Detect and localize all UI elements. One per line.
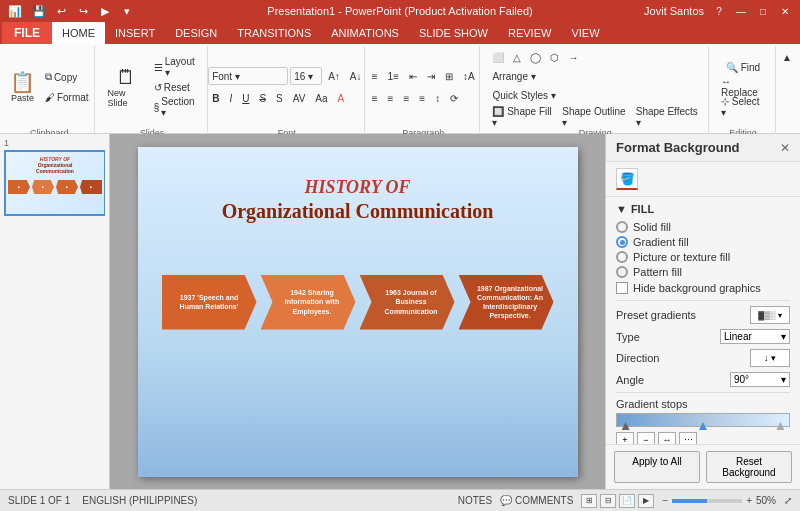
preset-gradients-btn[interactable]: ▓▒░ ▾ <box>750 306 790 324</box>
collapse-ribbon-btn[interactable]: ▲ <box>778 48 796 66</box>
design-menu-item[interactable]: DESIGN <box>165 22 227 44</box>
arrow-2[interactable]: 1942 Sharing Information with Employees. <box>261 275 356 330</box>
dropdown-quick-btn[interactable]: ▾ <box>118 2 136 20</box>
review-menu-item[interactable]: REVIEW <box>498 22 561 44</box>
justify-btn[interactable]: ≡ <box>415 89 429 107</box>
slide-sorter-btn[interactable]: ⊟ <box>600 494 616 508</box>
reverse-stops-btn[interactable]: ↔ <box>658 432 676 444</box>
reset-background-btn[interactable]: Reset Background <box>706 451 792 483</box>
find-btn[interactable]: 🔍 Find <box>722 58 764 76</box>
remove-gradient-stop-btn[interactable]: − <box>637 432 655 444</box>
strikethrough-btn[interactable]: S <box>255 89 270 107</box>
slideshow-menu-item[interactable]: SLIDE SHOW <box>409 22 498 44</box>
maximize-btn[interactable]: □ <box>756 4 770 18</box>
char-spacing-btn[interactable]: AV <box>289 89 310 107</box>
text-direction-btn[interactable]: ↕A <box>459 67 479 85</box>
zoom-slider[interactable] <box>672 499 742 503</box>
increase-indent-btn[interactable]: ⇥ <box>423 67 439 85</box>
picture-texture-fill-option[interactable]: Picture or texture fill <box>616 251 790 263</box>
arrow-4[interactable]: 1987 Organizational Communication: An In… <box>459 275 554 330</box>
normal-view-btn[interactable]: ⊞ <box>581 494 597 508</box>
shapes-gallery5[interactable]: → <box>564 48 582 66</box>
zoom-in-btn[interactable]: + <box>746 495 752 506</box>
canvas-area[interactable]: HISTORY OF Organizational Communication … <box>110 134 605 489</box>
solid-fill-option[interactable]: Solid fill <box>616 221 790 233</box>
bullets-btn[interactable]: ≡ <box>368 67 382 85</box>
replace-btn[interactable]: ↔ Replace <box>717 78 769 96</box>
redo-quick-btn[interactable]: ↪ <box>74 2 92 20</box>
format-panel-close-btn[interactable]: ✕ <box>780 141 790 155</box>
shape-effects-btn[interactable]: Shape Effects ▾ <box>632 108 702 126</box>
format-painter-btn[interactable]: 🖌 Format <box>41 88 93 106</box>
copy-btn[interactable]: ⧉ Copy <box>41 68 93 86</box>
gradient-fill-radio[interactable] <box>616 236 628 248</box>
section-btn[interactable]: § Section ▾ <box>150 98 201 116</box>
fill-section-header[interactable]: ▼ FILL <box>616 203 790 215</box>
type-select[interactable]: Linear ▾ <box>720 329 790 344</box>
italic-btn[interactable]: I <box>225 89 236 107</box>
numbering-btn[interactable]: 1≡ <box>384 67 403 85</box>
shapes-gallery4[interactable]: ⬡ <box>546 48 563 66</box>
new-slide-btn[interactable]: 🗒 New Slide <box>103 65 147 110</box>
play-quick-btn[interactable]: ▶ <box>96 2 114 20</box>
pattern-fill-radio[interactable] <box>616 266 628 278</box>
font-color-btn[interactable]: A <box>334 89 349 107</box>
apply-all-btn[interactable]: Apply to All <box>614 451 700 483</box>
zoom-out-btn[interactable]: − <box>662 495 668 506</box>
solid-fill-radio[interactable] <box>616 221 628 233</box>
reading-view-btn[interactable]: 📄 <box>619 494 635 508</box>
shapes-gallery[interactable]: ⬜ <box>488 48 508 66</box>
help-btn[interactable]: ? <box>712 4 726 18</box>
shape-outline-btn[interactable]: Shape Outline ▾ <box>558 108 630 126</box>
decrease-indent-btn[interactable]: ⇤ <box>405 67 421 85</box>
gradient-stop-marker-2[interactable] <box>699 422 707 430</box>
presenter-view-btn[interactable]: ▶ <box>638 494 654 508</box>
fit-to-window-btn[interactable]: ⤢ <box>784 495 792 506</box>
notes-btn[interactable]: NOTES <box>458 495 492 506</box>
font-size-select[interactable]: 16 ▾ <box>290 67 322 85</box>
view-menu-item[interactable]: VIEW <box>561 22 609 44</box>
text-shadow-btn[interactable]: S <box>272 89 287 107</box>
add-gradient-stop-btn[interactable]: + <box>616 432 634 444</box>
align-center-btn[interactable]: ≡ <box>384 89 398 107</box>
save-quick-btn[interactable]: 💾 <box>30 2 48 20</box>
quick-styles-btn[interactable]: Quick Styles ▾ <box>488 86 559 104</box>
comments-btn[interactable]: 💬 COMMENTS <box>500 495 573 506</box>
layout-btn[interactable]: ☰ Layout ▾ <box>150 58 201 76</box>
hide-graphics-checkbox[interactable] <box>616 282 628 294</box>
file-menu-btn[interactable]: FILE <box>2 22 52 44</box>
align-left-btn[interactable]: ≡ <box>368 89 382 107</box>
direction-btn[interactable]: ↓ ▾ <box>750 349 790 367</box>
line-spacing-btn[interactable]: ↕ <box>431 89 444 107</box>
minimize-btn[interactable]: — <box>734 4 748 18</box>
gradient-stop-marker-3[interactable] <box>776 422 784 430</box>
animations-menu-item[interactable]: ANIMATIONS <box>321 22 409 44</box>
font-family-select[interactable]: Font ▾ <box>208 67 288 85</box>
reset-btn[interactable]: ↺ Reset <box>150 78 201 96</box>
close-btn[interactable]: ✕ <box>778 4 792 18</box>
shape-fill-btn[interactable]: 🔲 Shape Fill ▾ <box>488 108 556 126</box>
gradient-fill-option[interactable]: Gradient fill <box>616 236 790 248</box>
bold-btn[interactable]: B <box>208 89 223 107</box>
undo-quick-btn[interactable]: ↩ <box>52 2 70 20</box>
insert-menu-item[interactable]: INSERT <box>105 22 165 44</box>
smartart-btn[interactable]: ⟳ <box>446 89 462 107</box>
transitions-menu-item[interactable]: TRANSITIONS <box>227 22 321 44</box>
columns-btn[interactable]: ⊞ <box>441 67 457 85</box>
gradient-stop-marker-1[interactable] <box>622 422 630 430</box>
hide-graphics-checkbox-item[interactable]: Hide background graphics <box>616 282 790 294</box>
font-size-increase-btn[interactable]: A↑ <box>324 67 344 85</box>
paste-btn[interactable]: 📋 Paste <box>6 70 39 105</box>
select-btn[interactable]: ⊹ Select ▾ <box>717 98 769 116</box>
home-menu-item[interactable]: HOME <box>52 22 105 44</box>
more-stops-btn[interactable]: ⋯ <box>679 432 697 444</box>
arrange-btn[interactable]: Arrange ▾ <box>488 67 539 85</box>
fill-tab-icon[interactable]: 🪣 <box>616 168 638 190</box>
shapes-gallery3[interactable]: ◯ <box>526 48 545 66</box>
change-case-btn[interactable]: Aa <box>311 89 331 107</box>
shapes-gallery2[interactable]: △ <box>509 48 525 66</box>
picture-texture-fill-radio[interactable] <box>616 251 628 263</box>
underline-btn[interactable]: U <box>238 89 253 107</box>
arrow-1[interactable]: 1937 'Speech and Human Relations' <box>162 275 257 330</box>
angle-select[interactable]: 90° ▾ <box>730 372 790 387</box>
